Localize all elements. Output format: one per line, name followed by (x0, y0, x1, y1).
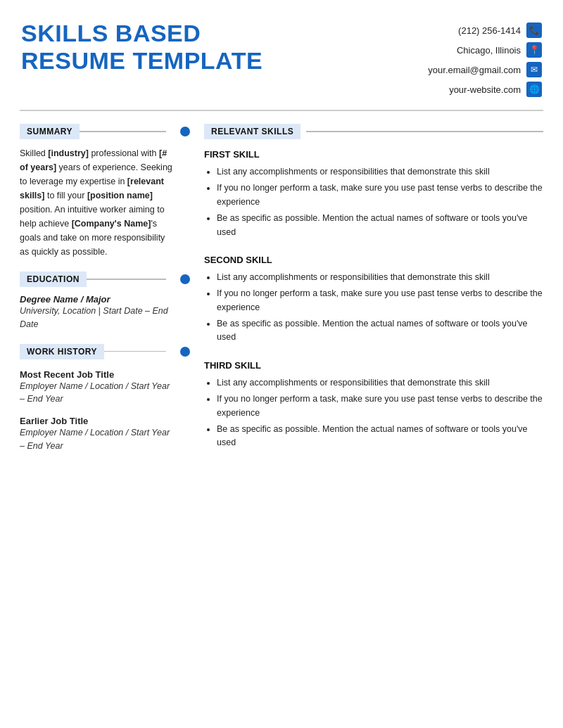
education-institution: University, Location | Start Date – End … (20, 305, 176, 331)
location-icon: 📍 (526, 42, 542, 58)
skill-1-bullet-2: If you no longer perform a task, make su… (217, 181, 543, 209)
education-dot (180, 274, 190, 284)
skill-2: SECOND SKILL List any accomplishments or… (204, 255, 543, 345)
skill-1-bullet-3: Be as specific as possible. Mention the … (217, 212, 543, 239)
skill-1-title: FIRST SKILL (204, 149, 543, 160)
skill-3-bullet-3: Be as specific as possible. Mention the … (217, 423, 543, 450)
email-icon: ✉ (526, 62, 542, 77)
job-1-info: Employer Name / Location / Start Year– E… (20, 380, 176, 407)
main-content: SUMMARY Skilled ​[industry] professional… (0, 111, 563, 480)
skill-3-list: List any accomplishments or responsibili… (204, 376, 543, 450)
work-history-line (104, 351, 166, 352)
skill-2-title: SECOND SKILL (204, 255, 543, 265)
job-1: Most Recent Job Title Employer Name / Lo… (20, 369, 176, 407)
website-row: your-website.com 🌐 (449, 82, 542, 97)
work-history-dot (180, 347, 190, 357)
job-2: Earlier Job Title Employer Name / Locati… (20, 416, 176, 453)
skill-2-bullet-3: Be as specific as possible. Mention the … (217, 317, 543, 345)
title-line1: SKILLS BASED RESUME TEMPLATE (21, 20, 387, 75)
skill-3: THIRD SKILL List any accomplishments or … (204, 360, 543, 450)
skill-1: FIRST SKILL List any accomplishments or … (204, 149, 543, 239)
work-history-section-header: WORK HISTORY (20, 344, 176, 359)
job-2-title: Earlier Job Title (20, 416, 176, 426)
right-column: RELEVANT SKILLS FIRST SKILL List any acc… (190, 111, 563, 480)
location-text: Chicago, Illinois (457, 45, 521, 56)
education-degree: Degree Name / Major (20, 294, 176, 305)
relevant-skills-header: RELEVANT SKILLS (204, 124, 543, 139)
email-row: your.email@gmail.com ✉ (428, 62, 542, 77)
skill-2-bullet-2: If you no longer perform a task, make su… (217, 287, 543, 314)
contact-info: (212) 256-1414 📞 Chicago, Illinois 📍 you… (387, 20, 542, 97)
header: SKILLS BASED RESUME TEMPLATE (212) 256-1… (0, 0, 563, 110)
work-history-label: WORK HISTORY (20, 344, 104, 359)
summary-line (80, 131, 166, 132)
education-label: EDUCATION (20, 272, 87, 287)
job-1-title: Most Recent Job Title (20, 369, 176, 380)
phone-icon: 📞 (526, 23, 542, 38)
website-icon: 🌐 (526, 82, 542, 97)
skill-3-bullet-1: List any accomplishments or responsibili… (217, 376, 543, 390)
education-section-header: EDUCATION (20, 272, 176, 287)
education-line (87, 279, 166, 280)
relevant-skills-line (306, 131, 543, 132)
summary-text: Skilled ​[industry] professional with [#… (20, 146, 176, 259)
phone-row: (212) 256-1414 📞 (458, 23, 542, 38)
job-2-info: Employer Name / Location / Start Year– E… (20, 426, 176, 453)
relevant-skills-label: RELEVANT SKILLS (204, 124, 301, 139)
summary-dot (180, 127, 190, 136)
left-column: SUMMARY Skilled ​[industry] professional… (0, 111, 190, 480)
skill-3-title: THIRD SKILL (204, 360, 543, 371)
skill-2-list: List any accomplishments or responsibili… (204, 271, 543, 345)
skill-1-bullet-1: List any accomplishments or responsibili… (217, 165, 543, 179)
summary-label: SUMMARY (20, 124, 80, 139)
summary-section-header: SUMMARY (20, 124, 176, 139)
skill-3-bullet-2: If you no longer perform a task, make su… (217, 392, 543, 420)
email-text: your.email@gmail.com (428, 65, 521, 75)
website-text: your-website.com (449, 84, 521, 95)
phone-text: (212) 256-1414 (458, 25, 521, 36)
resume-title: SKILLS BASED RESUME TEMPLATE (21, 20, 387, 75)
skill-2-bullet-1: List any accomplishments or responsibili… (217, 271, 543, 284)
skill-1-list: List any accomplishments or responsibili… (204, 165, 543, 239)
location-row: Chicago, Illinois 📍 (457, 42, 542, 58)
